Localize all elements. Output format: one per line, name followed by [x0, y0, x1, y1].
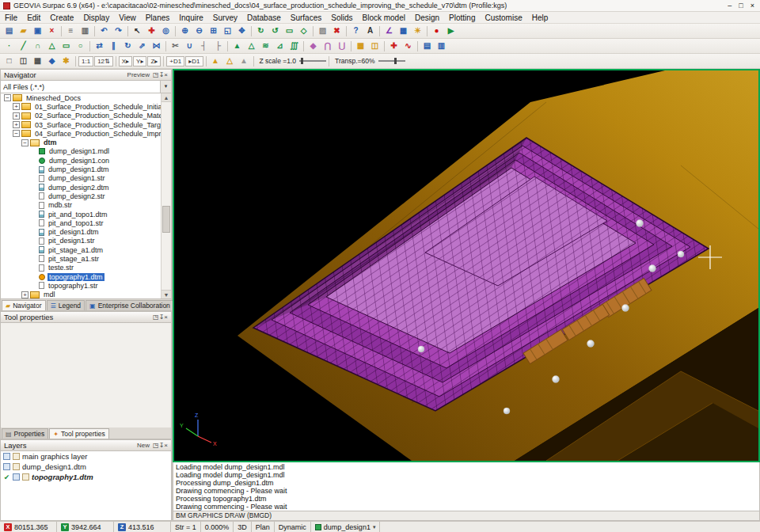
status-segment-plan[interactable]: Plan [252, 522, 275, 532]
toggle-faces-icon[interactable]: ▦ [31, 55, 44, 67]
z-scale-control-thumb[interactable] [301, 58, 303, 64]
tree-item[interactable]: +02_Surface_Production_Schedule_Materia [1, 112, 171, 120]
menu-plotting[interactable]: Plotting [444, 13, 480, 22]
status-active-layer[interactable]: dump_design1▾ [311, 522, 381, 532]
file-filter-combobox[interactable]: All Files (.*.*) ▾ [0, 81, 172, 93]
zoom-window-icon[interactable]: ⊞ [207, 25, 220, 37]
status-segment-dynamic[interactable]: Dynamic [275, 522, 311, 532]
tree-item[interactable]: −dtm [1, 138, 171, 146]
zoom-out-icon[interactable]: ⊖ [192, 25, 206, 37]
layer-row[interactable]: main graphics layer [1, 451, 171, 462]
solid-icon[interactable]: ◆ [306, 40, 320, 52]
tree-expander-icon[interactable]: − [13, 130, 20, 137]
tree-item[interactable]: dump_design1.str [1, 174, 171, 183]
close-panel-icon[interactable]: × [164, 71, 168, 78]
traverse-icon[interactable]: ∿ [401, 40, 415, 52]
tree-expander-icon[interactable]: + [13, 112, 20, 120]
tree-item[interactable]: +03_Surface_Production_Schedule_Targeti [1, 120, 171, 129]
close-panel-icon[interactable]: × [164, 314, 168, 321]
toggle-points-icon[interactable]: □ [2, 55, 16, 67]
create-point-icon[interactable]: ∙ [2, 40, 16, 52]
status-segment-3d[interactable]: 3D [234, 522, 252, 532]
tree-item[interactable]: dump_design1.dtm [1, 165, 171, 173]
inquire-icon[interactable]: ? [349, 25, 363, 37]
undo-icon[interactable]: ↶ [97, 25, 111, 37]
menu-create[interactable]: Create [45, 13, 78, 22]
union-icon[interactable]: ⋃ [335, 40, 348, 52]
block-model-icon[interactable]: ▦ [354, 40, 367, 52]
scrollbar-down-icon[interactable]: ▼ [162, 290, 171, 298]
new-layer-button[interactable]: New [137, 442, 150, 449]
create-arc-icon[interactable]: ∩ [31, 40, 44, 52]
open-file-icon[interactable]: ▰ [17, 25, 30, 37]
tree-item[interactable]: pit_and_topo1.str [1, 218, 171, 227]
tab-legend[interactable]: ☰Legend [47, 300, 86, 310]
close-button[interactable]: × [750, 2, 754, 10]
tree-item[interactable]: −04_Surface_Production_Schedule_Improv [1, 129, 171, 138]
scrollbar-thumb[interactable] [162, 206, 170, 233]
scale-icon[interactable]: ⇗ [135, 40, 149, 52]
label-icon[interactable]: A [363, 25, 377, 37]
status-segment-str-1[interactable]: Str = 1 [171, 522, 201, 532]
z-scale-control-track[interactable] [299, 60, 326, 62]
menu-customise[interactable]: Customise [480, 13, 526, 22]
dropdown-arrow-icon[interactable]: ▾ [373, 524, 376, 530]
menu-display[interactable]: Display [78, 13, 114, 22]
zoom-extents-icon[interactable]: ◱ [221, 25, 234, 37]
mirror-icon[interactable]: ⋈ [150, 40, 163, 52]
database-icon[interactable]: ▤ [420, 40, 434, 52]
transp-control-track[interactable] [378, 60, 405, 62]
tab-tool-properties[interactable]: ✦Tool properties [49, 428, 108, 439]
trim-icon[interactable]: ┤ [197, 40, 211, 52]
menu-survey[interactable]: Survey [208, 13, 242, 22]
menu-solids[interactable]: Solids [326, 13, 357, 22]
float-panel-icon[interactable]: ◳ [153, 314, 159, 321]
plot-icon[interactable]: ▥ [78, 25, 92, 37]
move-icon[interactable]: ⇄ [93, 40, 106, 52]
tree-item[interactable]: pit_and_topo1.dtm [1, 210, 171, 218]
drape-icon[interactable]: ⊿ [273, 40, 287, 52]
d1-chip[interactable]: ▸D1 [185, 56, 203, 66]
print-icon[interactable]: ≡ [64, 25, 78, 37]
menu-database[interactable]: Database [242, 13, 286, 22]
tree-item[interactable]: dump_design2.dtm [1, 183, 171, 192]
layer-row[interactable]: dump_design1.dtm [1, 462, 171, 472]
dtm-edit-icon[interactable]: △ [245, 40, 258, 52]
digitise-icon[interactable]: ✚ [145, 25, 158, 37]
menu-design[interactable]: Design [410, 13, 444, 22]
tree-item[interactable]: +01_Surface_Production_Schedule_Initials [1, 102, 171, 111]
menu-surfaces[interactable]: Surfaces [286, 13, 326, 22]
menu-block-model[interactable]: Block model [357, 13, 409, 22]
volume-icon[interactable]: ∭ [287, 40, 301, 52]
play-macro-icon[interactable]: ▶ [444, 25, 458, 37]
float-panel-icon[interactable]: ◳ [153, 71, 159, 78]
transp-control-thumb[interactable] [394, 58, 397, 64]
report-icon[interactable]: ▥ [435, 40, 448, 52]
menu-inquire[interactable]: Inquire [174, 13, 208, 22]
tree-expander-icon[interactable]: − [4, 94, 11, 101]
transp-control[interactable]: Transp.=60% [335, 57, 405, 65]
delete-icon[interactable]: ✖ [330, 25, 344, 37]
z-scale-control[interactable]: Z scale =1.0 [260, 57, 327, 65]
create-line-icon[interactable]: ╱ [17, 40, 30, 52]
tree-item[interactable]: teste.str [1, 264, 171, 272]
triangle-wire-icon[interactable]: △ [223, 55, 237, 67]
tree-item[interactable]: dump_design2.str [1, 192, 171, 200]
extend-icon[interactable]: ├ [211, 40, 225, 52]
viewport-3d[interactable]: Z X Y [173, 69, 760, 462]
close-file-icon[interactable]: × [45, 25, 59, 37]
copy-icon[interactable]: ∥ [107, 40, 120, 52]
tree-scrollbar[interactable]: ▲ ▼ [161, 93, 171, 298]
toggle-markers-icon[interactable]: ◆ [45, 55, 59, 67]
plan-view-icon[interactable]: ▭ [283, 25, 296, 37]
hide-icon[interactable]: ▨ [316, 25, 329, 37]
x-axis-chip[interactable]: X▸ [119, 56, 132, 66]
measure-icon[interactable]: ∠ [382, 25, 396, 37]
record-macro-icon[interactable]: ● [430, 25, 443, 37]
toggle-strings-icon[interactable]: ◫ [17, 55, 30, 67]
tree-item[interactable]: pit_design1.str [1, 237, 171, 245]
rotate-object-icon[interactable]: ↻ [121, 40, 135, 52]
menu-view[interactable]: View [114, 13, 141, 22]
tree-item[interactable]: +mdl [1, 291, 171, 299]
float-panel-icon[interactable]: ◳ [153, 442, 159, 449]
